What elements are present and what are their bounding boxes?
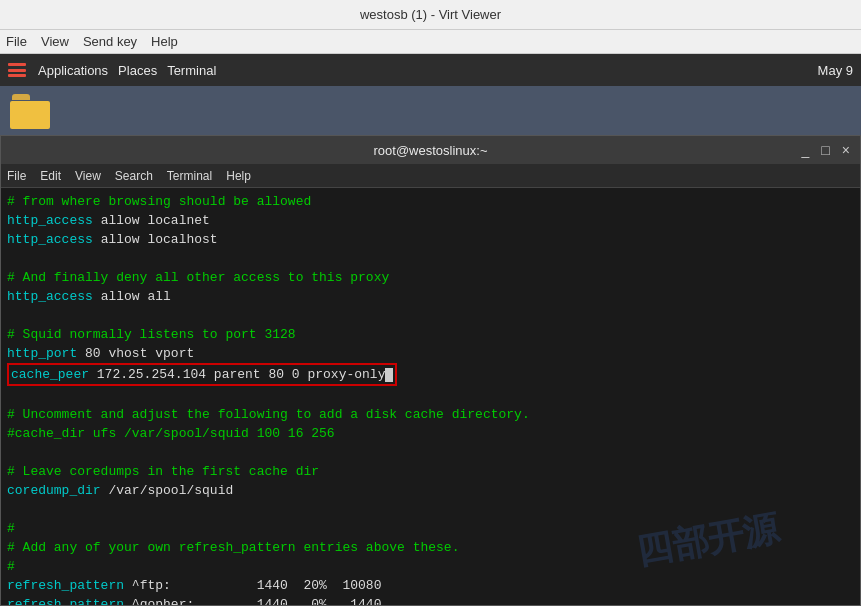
term-line-15: # Leave coredumps in the first cache dir — [7, 462, 854, 481]
terminal-maximize-button[interactable]: □ — [817, 142, 833, 158]
term-line-6: http_access allow all — [7, 287, 854, 306]
gnome-topbar: Applications Places Terminal May 9 — [0, 54, 861, 86]
term-line-8: # Squid normally listens to port 3128 — [7, 325, 854, 344]
gnome-date: May 9 — [818, 63, 853, 78]
term-line-14 — [7, 443, 854, 462]
gnome-places[interactable]: Places — [118, 63, 157, 78]
terminal-menubar: File Edit View Search Terminal Help — [1, 164, 860, 188]
term-menu-help[interactable]: Help — [226, 169, 251, 183]
apps-icon[interactable] — [8, 63, 26, 77]
term-line-19: # Add any of your own refresh_pattern en… — [7, 538, 854, 557]
terminal-window: root@westoslinux:~ _ □ × File Edit View … — [0, 135, 861, 606]
term-line-18: # — [7, 519, 854, 538]
virt-viewer-titlebar: westosb (1) - Virt Viewer — [0, 0, 861, 30]
term-line-17 — [7, 500, 854, 519]
term-line-10-highlighted: cache_peer 172.25.254.104 parent 80 0 pr… — [7, 363, 397, 386]
term-line-1: # from where browsing should be allowed — [7, 192, 854, 211]
term-line-11 — [7, 386, 854, 405]
term-line-4 — [7, 249, 854, 268]
terminal-close-button[interactable]: × — [838, 142, 854, 158]
term-line-13: #cache_dir ufs /var/spool/squid 100 16 2… — [7, 424, 854, 443]
term-line-9: http_port 80 vhost vport — [7, 344, 854, 363]
terminal-title: root@westoslinux:~ — [374, 143, 488, 158]
term-menu-edit[interactable]: Edit — [40, 169, 61, 183]
term-line-16: coredump_dir /var/spool/squid — [7, 481, 854, 500]
virt-viewer-title: westosb (1) - Virt Viewer — [360, 7, 501, 22]
virt-viewer-menubar: File View Send key Help — [0, 30, 861, 54]
term-menu-view[interactable]: View — [75, 169, 101, 183]
virt-menu-sendkey[interactable]: Send key — [83, 34, 137, 49]
virt-menu-view[interactable]: View — [41, 34, 69, 49]
term-line-21: refresh_pattern ^ftp: 1440 20% 10080 — [7, 576, 854, 595]
virt-menu-help[interactable]: Help — [151, 34, 178, 49]
term-line-5: # And finally deny all other access to t… — [7, 268, 854, 287]
term-menu-file[interactable]: File — [7, 169, 26, 183]
term-menu-terminal[interactable]: Terminal — [167, 169, 212, 183]
folder-icon[interactable] — [10, 94, 50, 129]
term-line-2: http_access allow localnet — [7, 211, 854, 230]
desktop-area — [0, 86, 861, 136]
gnome-applications[interactable]: Applications — [38, 63, 108, 78]
term-line-3: http_access allow localhost — [7, 230, 854, 249]
terminal-minimize-button[interactable]: _ — [798, 142, 814, 158]
term-line-22: refresh_pattern ^gopher: 1440 0% 1440 — [7, 595, 854, 605]
term-line-12: # Uncomment and adjust the following to … — [7, 405, 854, 424]
term-menu-search[interactable]: Search — [115, 169, 153, 183]
terminal-content[interactable]: # from where browsing should be allowed … — [1, 188, 860, 605]
term-line-20: # — [7, 557, 854, 576]
terminal-window-controls: _ □ × — [798, 142, 854, 158]
terminal-titlebar: root@westoslinux:~ _ □ × — [1, 136, 860, 164]
term-line-7 — [7, 306, 854, 325]
virt-menu-file[interactable]: File — [6, 34, 27, 49]
gnome-terminal[interactable]: Terminal — [167, 63, 216, 78]
